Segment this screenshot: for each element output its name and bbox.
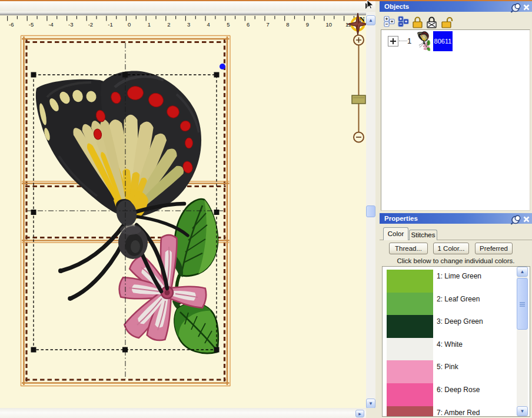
svg-text:1: 1 bbox=[148, 21, 151, 28]
svg-text:3: 3 bbox=[187, 21, 190, 28]
svg-text:0: 0 bbox=[128, 21, 131, 28]
svg-text:5: 5 bbox=[227, 21, 230, 28]
svg-text:N: N bbox=[360, 15, 365, 24]
svg-text:10: 10 bbox=[326, 21, 332, 28]
svg-text:-5: -5 bbox=[29, 21, 34, 28]
svg-text:4: 4 bbox=[207, 21, 210, 28]
svg-text:-3: -3 bbox=[68, 21, 73, 28]
svg-text:9: 9 bbox=[306, 21, 309, 28]
svg-text:8: 8 bbox=[286, 21, 289, 28]
svg-text:7: 7 bbox=[267, 21, 270, 28]
svg-text:-1: -1 bbox=[108, 21, 112, 28]
svg-text:6: 6 bbox=[247, 21, 250, 28]
svg-text:-6: -6 bbox=[9, 21, 14, 28]
svg-text:2: 2 bbox=[167, 21, 170, 28]
svg-text:-4: -4 bbox=[48, 21, 53, 28]
svg-text:-2: -2 bbox=[88, 21, 93, 28]
